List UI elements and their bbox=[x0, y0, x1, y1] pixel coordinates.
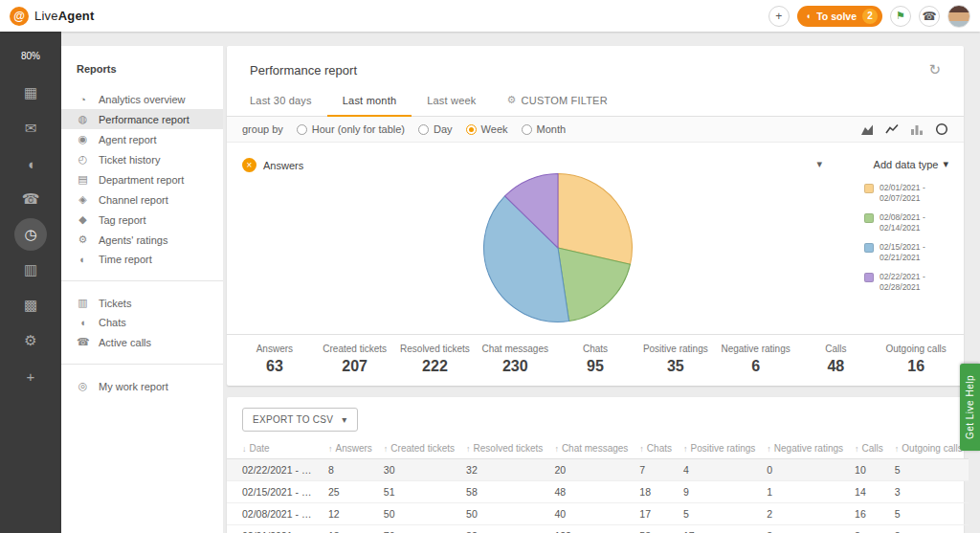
to-solve-label: To solve bbox=[816, 11, 857, 22]
legend-item[interactable]: 02/08/2021 - 02/14/2021 bbox=[864, 212, 948, 233]
sidebar-item-icon: ◎ bbox=[77, 380, 89, 392]
sidebar-title: Reports bbox=[61, 54, 223, 90]
refresh-icon[interactable]: ↻ bbox=[928, 61, 941, 78]
rail-item-configuration[interactable]: ⚙ bbox=[14, 324, 47, 357]
add-button[interactable]: + bbox=[768, 6, 790, 27]
column-label: Date bbox=[250, 443, 270, 454]
tab-last-week[interactable]: Last week bbox=[412, 84, 491, 117]
legend-item[interactable]: 02/22/2021 - 02/28/2021 bbox=[864, 272, 948, 293]
table-cell: 0 bbox=[761, 459, 849, 481]
area-chart-icon[interactable] bbox=[860, 122, 874, 136]
sidebar-item-chats[interactable]: ◖ Chats bbox=[61, 313, 223, 332]
sidebar-item-my-work-report[interactable]: ◎ My work report bbox=[61, 376, 223, 396]
stat: Resolved tickets 222 bbox=[395, 344, 476, 375]
avatar[interactable] bbox=[947, 5, 970, 28]
availability-flag-button[interactable]: ⚑ bbox=[890, 6, 911, 27]
table-cell: 122 bbox=[548, 525, 634, 533]
sidebar-item-agents-ratings[interactable]: ⚙ Agents' ratings bbox=[61, 230, 223, 250]
radio-icon bbox=[297, 124, 307, 135]
sidebar-item-tag-report[interactable]: ◆ Tag report bbox=[61, 210, 223, 230]
rail-item-tickets[interactable]: ▥ bbox=[14, 254, 47, 286]
stat-label: Resolved tickets bbox=[395, 344, 476, 354]
sidebar-item-channel-report[interactable]: ◈ Channel report bbox=[61, 189, 223, 210]
table-row[interactable]: 02/15/2021 - 02/21/2021255158481891143 bbox=[227, 481, 969, 503]
column-header[interactable]: ↑Created tickets bbox=[378, 438, 460, 459]
column-header[interactable]: ↑Positive ratings bbox=[678, 438, 761, 459]
liveagent-logo[interactable]: @ LiveAgent bbox=[10, 7, 95, 26]
legend-item[interactable]: 02/15/2021 - 02/21/2021 bbox=[864, 242, 948, 263]
column-header[interactable]: ↑Negative ratings bbox=[761, 438, 849, 459]
legend-item[interactable]: 02/01/2021 - 02/07/2021 bbox=[864, 183, 948, 204]
sidebar-item-active-calls[interactable]: ☎ Active calls bbox=[61, 332, 223, 352]
column-header[interactable]: ↓Date bbox=[227, 438, 323, 459]
get-live-help-button[interactable]: Get Live Help bbox=[960, 364, 980, 451]
sidebar-item-icon: ◖ bbox=[77, 317, 89, 328]
phone-button[interactable]: ☎ bbox=[919, 6, 940, 27]
column-header[interactable]: ↑Calls bbox=[849, 438, 889, 459]
sidebar-group-personal: ◎ My work report bbox=[61, 376, 223, 396]
sidebar-item-tickets[interactable]: ▥ Tickets bbox=[61, 293, 223, 313]
stat-label: Negative ratings bbox=[716, 344, 796, 354]
radio-week[interactable]: Week bbox=[466, 123, 508, 135]
sidebar-item-label: Agent report bbox=[99, 134, 157, 145]
pie-chart-icon[interactable] bbox=[935, 122, 948, 136]
radio-month[interactable]: Month bbox=[522, 123, 567, 135]
sidebar-item-performance-report[interactable]: ◍ Performance report bbox=[61, 109, 223, 129]
sort-icon: ↑ bbox=[855, 444, 859, 454]
sidebar-item-time-report[interactable]: ◐ Time report bbox=[61, 250, 223, 269]
rail-item-icon: ◖ bbox=[26, 156, 34, 172]
sidebar-item-ticket-history[interactable]: ◴ Ticket history bbox=[61, 149, 223, 169]
to-solve-button[interactable]: ◖ To solve 2 bbox=[797, 6, 882, 27]
filter-gear-icon: ⚙ bbox=[507, 94, 517, 106]
stat: Calls 48 bbox=[795, 344, 876, 375]
radio-icon bbox=[418, 124, 429, 135]
radio-day[interactable]: Day bbox=[418, 123, 453, 135]
tab-label: CUSTOM FILTER bbox=[522, 95, 608, 106]
bar-chart-icon[interactable] bbox=[910, 122, 924, 136]
sidebar-item-analytics-overview[interactable]: ◔ Analytics overview bbox=[61, 90, 223, 109]
answers-series-chip[interactable]: × Answers bbox=[242, 158, 303, 172]
chevron-down-icon[interactable]: ▾ bbox=[816, 158, 822, 170]
column-label: Chat messages bbox=[562, 443, 628, 454]
table-cell: 17 bbox=[634, 503, 678, 525]
column-label: Positive ratings bbox=[690, 443, 755, 454]
legend-label: 02/15/2021 - 02/21/2021 bbox=[880, 242, 948, 263]
sidebar-item-agent-report[interactable]: ◉ Agent report bbox=[61, 129, 223, 149]
export-to-csv-button[interactable]: EXPORT TO CSV ▾ bbox=[242, 408, 358, 432]
column-header[interactable]: ↑Answers bbox=[323, 438, 378, 459]
tab-last-month[interactable]: Last month bbox=[327, 84, 412, 117]
table-cell: 18 bbox=[323, 525, 378, 533]
rail-item-chats[interactable]: ◖ bbox=[14, 147, 47, 180]
rail-item-mail[interactable]: ✉ bbox=[14, 112, 47, 144]
sort-icon: ↑ bbox=[895, 444, 900, 454]
add-data-type-dropdown[interactable]: Add data type ▾ bbox=[874, 158, 948, 170]
column-header[interactable]: ↑Chats bbox=[634, 438, 678, 459]
rail-item-portal[interactable]: ▩ bbox=[14, 289, 47, 322]
rail-item-dashboard[interactable]: ▦ bbox=[14, 77, 47, 109]
sidebar-item-department-report[interactable]: ▤ Department report bbox=[61, 169, 223, 189]
sidebar-group-reports: ◔ Analytics overview ◍ Performance repor… bbox=[61, 90, 223, 269]
table-row[interactable]: 02/22/2021 - 02/28/20218303220740105 bbox=[227, 459, 969, 481]
column-header[interactable]: ↑Outgoing calls bbox=[889, 438, 969, 459]
stat-value: 207 bbox=[315, 358, 395, 375]
phone-icon: ☎ bbox=[923, 10, 937, 23]
tab-custom-filter[interactable]: ⚙ CUSTOM FILTER bbox=[492, 84, 623, 117]
tab-last-30-days[interactable]: Last 30 days bbox=[234, 84, 327, 117]
line-chart-icon[interactable] bbox=[885, 122, 899, 136]
divider bbox=[61, 364, 223, 365]
sidebar-item-icon: ◆ bbox=[77, 213, 89, 226]
rail-item-icon: ▩ bbox=[24, 297, 37, 314]
rail-item-add[interactable]: + bbox=[14, 360, 47, 392]
radio-hour[interactable]: Hour (only for table) bbox=[297, 123, 405, 135]
table-cell: 32 bbox=[460, 459, 548, 481]
column-header[interactable]: ↑Resolved tickets bbox=[460, 438, 548, 459]
column-header[interactable]: ↑Chat messages bbox=[548, 438, 634, 459]
rail-item-reports[interactable]: ◷ bbox=[14, 218, 47, 251]
reports-sidebar: Reports ◔ Analytics overview ◍ Performan… bbox=[61, 46, 223, 533]
table-cell: 50 bbox=[460, 503, 548, 525]
close-icon[interactable]: × bbox=[242, 158, 256, 172]
table-cell: 7 bbox=[634, 459, 678, 481]
table-row[interactable]: 02/08/2021 - 02/14/2021125050401752165 bbox=[227, 503, 969, 525]
table-row[interactable]: 02/01/2021 - 02/07/20211876821225317383 bbox=[227, 525, 969, 533]
rail-item-calls[interactable]: ☎ bbox=[14, 183, 47, 215]
